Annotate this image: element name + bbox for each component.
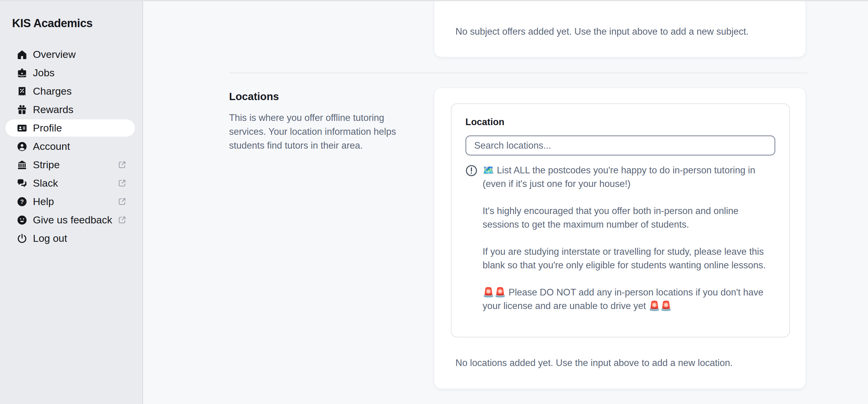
- locations-empty-state: No locations added yet. Use the input ab…: [456, 358, 733, 368]
- subject-offers-card: No subject offers added yet. Use the inp…: [434, 0, 806, 57]
- locations-description: This is where you offer offline tutoring…: [229, 111, 410, 153]
- sidebar-item-jobs[interactable]: Jobs: [5, 64, 135, 81]
- locations-heading: Locations: [229, 91, 279, 102]
- sidebar-item-help[interactable]: ? Help: [5, 193, 135, 210]
- sidebar-item-label: Jobs: [33, 67, 55, 79]
- location-info-row: 🗺️ List ALL the postcodes you're happy t…: [465, 163, 775, 313]
- sidebar-nav: Overview Jobs Charges Rewards Profile: [5, 46, 135, 248]
- svg-text:?: ?: [20, 198, 24, 205]
- sidebar-item-label: Stripe: [33, 159, 60, 171]
- sidebar: KIS Academics Overview Jobs Charges Rewa…: [0, 0, 143, 404]
- sidebar-item-overview[interactable]: Overview: [5, 46, 135, 63]
- location-input-panel: Location 🗺️ List ALL the postcodes you'r…: [451, 103, 790, 337]
- sidebar-item-label: Profile: [33, 122, 62, 134]
- id-card-icon: [17, 123, 28, 134]
- sidebar-item-logout[interactable]: Log out: [5, 230, 135, 247]
- info-paragraph: If you are studying interstate or travel…: [483, 245, 774, 272]
- info-paragraph: 🗺️ List ALL the postcodes you're happy t…: [483, 163, 774, 191]
- home-icon: [17, 49, 28, 60]
- sidebar-item-charges[interactable]: Charges: [5, 82, 135, 100]
- smiley-icon: [17, 215, 28, 226]
- briefcase-icon: [17, 68, 28, 78]
- external-link-icon: [117, 160, 127, 169]
- sidebar-item-profile[interactable]: Profile: [5, 120, 135, 137]
- location-search-input[interactable]: [465, 135, 775, 156]
- receipt-icon: [17, 86, 28, 97]
- bank-icon: [17, 160, 28, 170]
- gift-icon: [17, 104, 28, 115]
- subjects-empty-state: No subject offers added yet. Use the inp…: [456, 26, 748, 37]
- external-link-icon: [117, 197, 127, 206]
- sidebar-item-stripe[interactable]: Stripe: [5, 156, 135, 173]
- info-paragraph: It's highly encouraged that you offer bo…: [483, 204, 774, 231]
- sidebar-item-label: Rewards: [33, 104, 73, 115]
- sidebar-item-label: Log out: [33, 232, 67, 244]
- main-content: No subject offers added yet. Use the inp…: [144, 0, 868, 404]
- location-info-text: 🗺️ List ALL the postcodes you're happy t…: [483, 163, 774, 313]
- sidebar-item-label: Give us feedback: [33, 214, 112, 226]
- external-link-icon: [117, 215, 127, 225]
- sidebar-item-label: Charges: [33, 85, 72, 97]
- section-divider: [229, 73, 807, 73]
- sidebar-item-account[interactable]: Account: [5, 138, 135, 155]
- sidebar-item-label: Slack: [33, 177, 58, 189]
- locations-card: Location 🗺️ List ALL the postcodes you'r…: [434, 88, 806, 389]
- question-icon: ?: [17, 196, 28, 207]
- chat-icon: [17, 178, 28, 189]
- info-paragraph: 🚨🚨 Please DO NOT add any in-person locat…: [483, 285, 774, 313]
- location-label: Location: [465, 117, 775, 128]
- external-link-icon: [117, 178, 127, 188]
- sidebar-item-label: Help: [33, 196, 54, 207]
- sidebar-item-feedback[interactable]: Give us feedback: [5, 211, 135, 229]
- app-title: KIS Academics: [12, 17, 142, 30]
- power-icon: [17, 233, 28, 244]
- window-top-border: [0, 0, 868, 1]
- user-icon: [17, 141, 28, 152]
- sidebar-item-rewards[interactable]: Rewards: [5, 101, 135, 118]
- sidebar-item-slack[interactable]: Slack: [5, 175, 135, 192]
- sidebar-item-label: Account: [33, 140, 70, 152]
- sidebar-item-label: Overview: [33, 48, 76, 60]
- info-icon: [465, 165, 477, 177]
